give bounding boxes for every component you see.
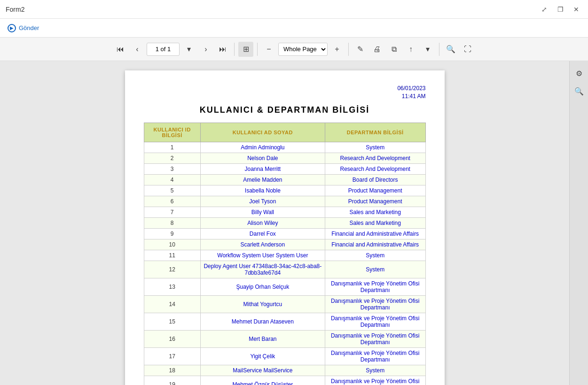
cell-id: 4 bbox=[144, 174, 200, 185]
cell-name: Amelie Madden bbox=[200, 174, 325, 185]
table-row: 11 Workflow System User System User Syst… bbox=[144, 250, 425, 261]
cell-dept: Danışmanlık ve Proje Yönetim Ofisi Depar… bbox=[325, 313, 425, 330]
cell-id: 18 bbox=[144, 365, 200, 376]
settings-panel-button[interactable]: ⚙ bbox=[572, 66, 587, 81]
table-row: 14 Mithat Yogurtcu Danışmanlık ve Proje … bbox=[144, 295, 425, 313]
table-row: 7 Billy Wall Sales and Marketing bbox=[144, 207, 425, 217]
gonder-label: Gönder bbox=[19, 24, 39, 31]
cell-name: Joel Tyson bbox=[200, 196, 325, 207]
search-toolbar-button[interactable]: 🔍 bbox=[443, 42, 458, 57]
expand-button[interactable]: ⤢ bbox=[538, 3, 550, 15]
cell-name: Şuayip Orhan Selçuk bbox=[200, 278, 325, 295]
report-date-value: 06/01/2023 bbox=[397, 85, 425, 92]
cell-dept: System bbox=[325, 142, 425, 153]
zoom-select[interactable]: Whole Page Page Width 50% 75% 100% 125% … bbox=[278, 43, 328, 56]
cell-dept: Danışmanlık ve Proje Yönetim Ofisi Depar… bbox=[325, 295, 425, 313]
cell-name: Mithat Yogurtcu bbox=[200, 295, 325, 313]
page-input[interactable] bbox=[147, 43, 180, 56]
cell-dept: System bbox=[325, 250, 425, 261]
print-button[interactable]: 🖨 bbox=[369, 42, 384, 57]
table-row: 18 MailService MailService System bbox=[144, 365, 425, 376]
pdf-page: 06/01/2023 11:41 AM KULLANICI & DEPARTMA… bbox=[125, 70, 445, 385]
main-content: 06/01/2023 11:41 AM KULLANICI & DEPARTMA… bbox=[0, 61, 588, 385]
grid-view-button[interactable]: ⊞ bbox=[238, 42, 253, 57]
cell-name: Workflow System User System User bbox=[200, 250, 325, 261]
table-row: 1 Admin Adminoglu System bbox=[144, 142, 425, 153]
cell-id: 13 bbox=[144, 278, 200, 295]
report-table: KULLANICI ID BİLGİSİ KULLANICI AD SOYAD … bbox=[144, 123, 426, 385]
col-header-id: KULLANICI ID BİLGİSİ bbox=[144, 123, 200, 142]
cell-name: Billy Wall bbox=[200, 207, 325, 217]
cell-id: 14 bbox=[144, 295, 200, 313]
cell-name: MailService MailService bbox=[200, 365, 325, 376]
cell-dept: Research And Development bbox=[325, 153, 425, 163]
divider-1 bbox=[234, 43, 235, 56]
first-page-button[interactable]: ⏮ bbox=[113, 42, 128, 57]
cell-name: Mert Baran bbox=[200, 330, 325, 347]
cell-dept: Financial and Administrative Affairs bbox=[325, 228, 425, 239]
table-row: 16 Mert Baran Danışmanlık ve Proje Yönet… bbox=[144, 330, 425, 347]
zoom-in-button[interactable]: + bbox=[329, 42, 345, 57]
divider-2 bbox=[257, 43, 258, 56]
cell-id: 12 bbox=[144, 261, 200, 278]
cell-name: Scarlett Anderson bbox=[200, 239, 325, 250]
edit-button[interactable]: ✎ bbox=[353, 42, 368, 57]
cell-name: Mehmet Duran Ataseven bbox=[200, 313, 325, 330]
cell-dept: Product Management bbox=[325, 185, 425, 196]
table-row: 13 Şuayip Orhan Selçuk Danışmanlık ve Pr… bbox=[144, 278, 425, 295]
cell-dept: Danışmanlık ve Proje Yönetim Ofisi Depar… bbox=[325, 376, 425, 385]
cell-name: Admin Adminoglu bbox=[200, 142, 325, 153]
pdf-area[interactable]: 06/01/2023 11:41 AM KULLANICI & DEPARTMA… bbox=[0, 61, 569, 385]
table-row: 5 Isabella Noble Product Management bbox=[144, 185, 425, 196]
cell-id: 1 bbox=[144, 142, 200, 153]
cell-dept: Product Management bbox=[325, 196, 425, 207]
cell-name: Isabella Noble bbox=[200, 185, 325, 196]
close-button[interactable]: ✕ bbox=[570, 3, 582, 15]
last-page-button[interactable]: ⏭ bbox=[215, 42, 230, 57]
cell-id: 15 bbox=[144, 313, 200, 330]
cell-dept: System bbox=[325, 261, 425, 278]
duplicate-button[interactable]: ⧉ bbox=[386, 42, 401, 57]
cell-id: 8 bbox=[144, 217, 200, 228]
cell-id: 2 bbox=[144, 153, 200, 163]
table-row: 9 Darrel Fox Financial and Administrativ… bbox=[144, 228, 425, 239]
cell-dept: System bbox=[325, 365, 425, 376]
action-bar: ▶ Gönder bbox=[0, 19, 588, 38]
cell-name: Deploy Agent User 47348ac8-34ac-42c8-aba… bbox=[200, 261, 325, 278]
fullscreen-button[interactable]: ⛶ bbox=[460, 42, 475, 57]
page-dropdown-button[interactable]: ▾ bbox=[181, 42, 196, 57]
zoom-out-button[interactable]: − bbox=[261, 42, 276, 57]
cell-id: 16 bbox=[144, 330, 200, 347]
cell-dept: Danışmanlık ve Proje Yönetim Ofisi Depar… bbox=[325, 347, 425, 365]
cell-dept: Board of Directors bbox=[325, 174, 425, 185]
prev-page-button[interactable]: ‹ bbox=[130, 42, 145, 57]
cell-name: Alison Wiley bbox=[200, 217, 325, 228]
cell-name: Yigit Çelik bbox=[200, 347, 325, 365]
cell-id: 10 bbox=[144, 239, 200, 250]
divider-4 bbox=[439, 43, 439, 56]
title-bar: Form2 ⤢ ❐ ✕ bbox=[0, 0, 588, 19]
table-row: 6 Joel Tyson Product Management bbox=[144, 196, 425, 207]
cell-dept: Sales and Marketing bbox=[325, 207, 425, 217]
table-row: 12 Deploy Agent User 47348ac8-34ac-42c8-… bbox=[144, 261, 425, 278]
pdf-toolbar: ⏮ ‹ ▾ › ⏭ ⊞ − Whole Page Page Width 50% … bbox=[0, 38, 588, 61]
report-title: KULLANICI & DEPARTMAN BİLGİSİ bbox=[144, 105, 426, 115]
share-button[interactable]: ↑ bbox=[403, 42, 418, 57]
table-row: 3 Joanna Merritt Research And Developmen… bbox=[144, 163, 425, 174]
cell-id: 5 bbox=[144, 185, 200, 196]
report-date: 06/01/2023 11:41 AM bbox=[144, 85, 426, 100]
cell-name: Joanna Merritt bbox=[200, 163, 325, 174]
cell-id: 17 bbox=[144, 347, 200, 365]
cell-dept: Sales and Marketing bbox=[325, 217, 425, 228]
table-row: 2 Nelson Dale Research And Development bbox=[144, 153, 425, 163]
cell-name: Mehmet Özgür Dürüster bbox=[200, 376, 325, 385]
next-page-button[interactable]: › bbox=[198, 42, 213, 57]
divider-3 bbox=[348, 43, 349, 56]
report-time-value: 11:41 AM bbox=[402, 93, 426, 100]
share-dropdown-button[interactable]: ▾ bbox=[420, 42, 435, 57]
gonder-button[interactable]: ▶ Gönder bbox=[8, 24, 39, 32]
table-row: 15 Mehmet Duran Ataseven Danışmanlık ve … bbox=[144, 313, 425, 330]
restore-button[interactable]: ❐ bbox=[554, 3, 566, 15]
search-panel-button[interactable]: 🔍 bbox=[572, 84, 587, 99]
cell-id: 3 bbox=[144, 163, 200, 174]
